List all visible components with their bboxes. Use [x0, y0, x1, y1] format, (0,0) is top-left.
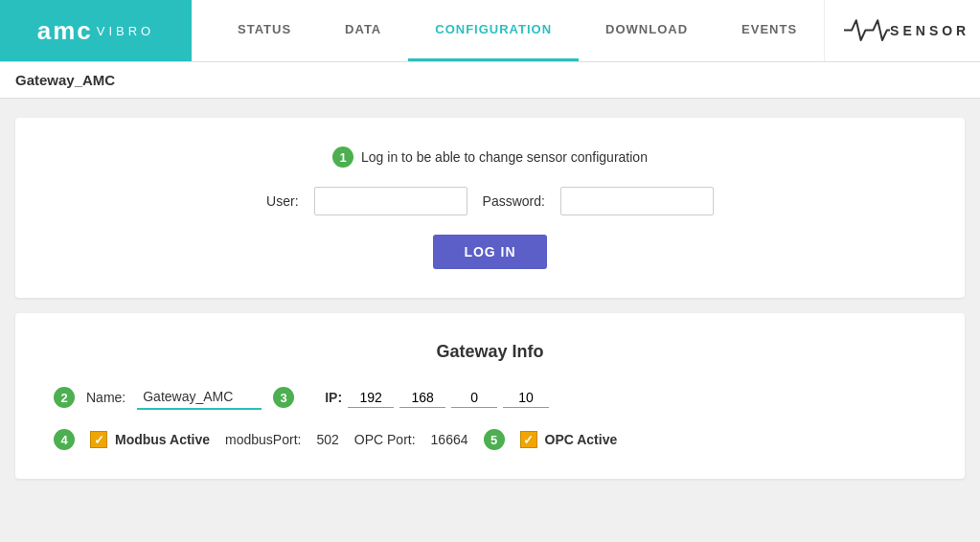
user-label: User: — [266, 193, 298, 209]
login-fields: User: Password: — [266, 187, 714, 215]
modbus-port-value: 502 — [316, 432, 338, 447]
gateway-card-title: Gateway Info — [54, 342, 926, 362]
logo-sub: VIBRO — [97, 24, 154, 38]
opc-section: OPC Active — [520, 431, 618, 448]
ip-section: IP: — [325, 388, 549, 408]
step2-badge: 2 — [54, 387, 75, 408]
user-input[interactable] — [314, 187, 467, 215]
gateway-card: Gateway Info 2 Name: 3 IP: 4 Modbus Acti… — [15, 313, 965, 479]
step3-badge: 3 — [273, 387, 294, 408]
modbus-active-checkbox[interactable] — [90, 431, 107, 448]
gateway-name-row: 2 Name: 3 IP: — [54, 385, 926, 410]
nav-events[interactable]: EVENTS — [715, 0, 824, 61]
gateway-footer-row: 4 Modbus Active modbusPort: 502 OPC Port… — [54, 429, 926, 450]
ip-field-2[interactable] — [399, 388, 445, 408]
opc-port-label: OPC Port: — [354, 432, 416, 447]
opc-active-checkbox[interactable] — [520, 431, 537, 448]
name-label: Name: — [86, 390, 125, 405]
modbus-section: Modbus Active — [90, 431, 210, 448]
wave-icon — [844, 15, 890, 46]
step4-badge: 4 — [54, 429, 75, 450]
modbus-port-label: modbusPort: — [225, 432, 301, 447]
sensor-logo: SENSOR — [824, 0, 980, 61]
opc-port-value: 16664 — [431, 432, 468, 447]
login-info: 1 Log in to be able to change sensor con… — [332, 147, 648, 168]
header: amc VIBRO STATUS DATA CONFIGURATION DOWN… — [0, 0, 980, 62]
step5-badge: 5 — [484, 429, 505, 450]
nav-configuration[interactable]: CONFIGURATION — [408, 0, 579, 61]
password-label: Password: — [483, 193, 545, 209]
login-info-text: Log in to be able to change sensor confi… — [361, 149, 648, 165]
login-card: 1 Log in to be able to change sensor con… — [15, 118, 965, 298]
ip-label: IP: — [325, 390, 342, 405]
login-button[interactable]: LOG IN — [433, 235, 546, 269]
step1-badge: 1 — [332, 147, 353, 168]
logo-area: amc VIBRO — [0, 0, 192, 61]
gateway-name-input[interactable] — [137, 385, 262, 410]
password-input[interactable] — [560, 187, 714, 215]
main-content: 1 Log in to be able to change sensor con… — [0, 99, 980, 498]
logo-text: amc — [37, 16, 93, 46]
page-title: Gateway_AMC — [15, 72, 115, 88]
nav-status[interactable]: STATUS — [211, 0, 318, 61]
page-title-bar: Gateway_AMC — [0, 62, 980, 99]
modbus-active-label: Modbus Active — [115, 432, 210, 447]
ip-field-4[interactable] — [503, 388, 549, 408]
main-nav: STATUS DATA CONFIGURATION DOWNLOAD EVENT… — [192, 0, 824, 61]
ip-field-3[interactable] — [451, 388, 497, 408]
nav-data[interactable]: DATA — [318, 0, 408, 61]
ip-field-1[interactable] — [348, 388, 394, 408]
sensor-label: SENSOR — [890, 23, 969, 38]
nav-download[interactable]: DOWNLOAD — [579, 0, 715, 61]
opc-active-label: OPC Active — [545, 432, 618, 447]
